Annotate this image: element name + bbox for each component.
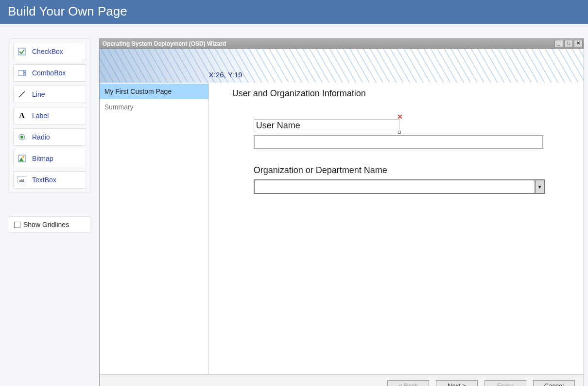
wizard-banner: X:26, Y:19 <box>100 49 584 83</box>
username-input[interactable] <box>254 135 543 149</box>
window-title: Operating System Deployment (OSD) Wizard <box>103 40 226 47</box>
label-icon: A <box>17 111 26 120</box>
svg-point-5 <box>20 136 23 139</box>
page-header: Build Your Own Page <box>0 0 588 24</box>
palette-label: CheckBox <box>32 48 63 55</box>
palette-label: Label <box>32 112 49 120</box>
maximize-button[interactable]: □ <box>564 40 573 47</box>
combobox-value <box>255 180 535 193</box>
wizard-footer: < Back Next > Finish Cancel <box>100 374 584 386</box>
chevron-down-icon[interactable]: ▼ <box>535 180 544 193</box>
cancel-button[interactable]: Cancel <box>533 380 575 386</box>
palette-item-textbox[interactable]: abl TextBox <box>13 171 86 189</box>
delete-control-icon[interactable]: ✕ <box>397 113 403 121</box>
nav-item-custom-page[interactable]: My First Custom Page <box>100 84 208 99</box>
textbox-icon: abl <box>17 175 26 184</box>
toolbox-palette: CheckBox ComboBox Line A Label <box>9 38 90 193</box>
palette-label: Line <box>32 90 45 98</box>
close-button[interactable]: ✕ <box>574 40 583 47</box>
nav-item-summary[interactable]: Summary <box>100 99 208 115</box>
cursor-coordinates: X:26, Y:19 <box>209 70 242 79</box>
palette-label: Radio <box>32 133 50 141</box>
org-combobox[interactable]: ▼ <box>254 179 545 194</box>
palette-label: Bitmap <box>32 155 53 162</box>
svg-line-3 <box>19 91 25 97</box>
resize-handle[interactable] <box>398 131 401 134</box>
palette-item-radio[interactable]: Radio <box>13 128 86 146</box>
checkbox-label: Show Gridlines <box>23 221 69 228</box>
palette-item-bitmap[interactable]: Bitmap <box>13 150 86 167</box>
section-title: User and Organization Information <box>232 88 564 99</box>
palette-label: TextBox <box>32 176 56 184</box>
org-label[interactable]: Organization or Department Name <box>254 165 564 175</box>
svg-text:abl: abl <box>19 178 24 183</box>
svg-rect-1 <box>18 70 24 75</box>
line-icon <box>17 90 26 99</box>
design-canvas[interactable]: User and Organization Information User N… <box>209 83 584 374</box>
bitmap-icon <box>17 154 26 163</box>
palette-label: ComboBox <box>32 69 66 77</box>
finish-button[interactable]: Finish <box>484 380 526 386</box>
wizard-window: Operating System Deployment (OSD) Wizard… <box>99 38 584 386</box>
palette-item-checkbox[interactable]: CheckBox <box>13 43 86 60</box>
username-label-designer[interactable]: User Name ✕ <box>254 119 399 132</box>
combobox-icon <box>17 69 26 77</box>
palette-item-line[interactable]: Line <box>13 86 86 103</box>
checkbox-icon <box>17 47 26 56</box>
palette-item-combobox[interactable]: ComboBox <box>13 64 86 82</box>
next-button[interactable]: Next > <box>436 380 478 386</box>
field-label-text: User Name <box>256 121 300 130</box>
wizard-nav: My First Custom Page Summary <box>100 83 209 374</box>
minimize-button[interactable]: _ <box>554 40 563 47</box>
palette-item-label[interactable]: A Label <box>13 107 86 124</box>
back-button[interactable]: < Back <box>387 380 429 386</box>
svg-point-8 <box>22 156 24 158</box>
page-title: Build Your Own Page <box>8 4 127 18</box>
checkbox-icon <box>14 222 20 228</box>
radio-icon <box>17 133 26 141</box>
show-gridlines-checkbox[interactable]: Show Gridlines <box>9 216 90 233</box>
